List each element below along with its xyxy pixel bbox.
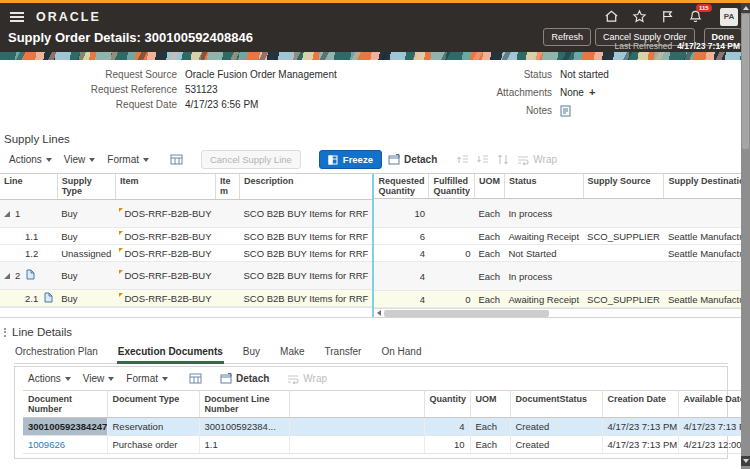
document-number-link[interactable]: 1009626 (28, 439, 65, 450)
avatar[interactable]: PA (720, 8, 738, 26)
table-row[interactable]: 4 0 Each Awaiting Receipt SCO_SUPPLIER S… (374, 291, 750, 308)
expand-caret-icon[interactable] (4, 273, 10, 279)
format-menu[interactable]: Format (104, 152, 152, 167)
chevron-down-icon (162, 377, 168, 381)
actions-menu[interactable]: Actions (25, 371, 74, 386)
cancel-supply-line-button: Cancel Supply Line (201, 150, 301, 169)
line-details-toolbar: Actions View Format Detach Wrap (15, 367, 727, 390)
horizontal-scrollbar[interactable] (374, 308, 750, 317)
col-supply-destination: Supply Destination (664, 174, 750, 199)
table-row[interactable]: 10 Each In process 4/21/23 11:59 PM CoSe… (374, 199, 750, 228)
col-supply-source: Supply Source (583, 174, 664, 199)
document-indicator-icon[interactable] (44, 292, 53, 305)
col-spacer (289, 391, 424, 418)
scroll-left-icon[interactable] (374, 309, 384, 318)
scroll-down-icon[interactable] (741, 456, 750, 466)
document-indicator-icon[interactable] (26, 269, 35, 282)
tab-transfer[interactable]: Transfer (324, 343, 363, 364)
col-document-line-number[interactable]: Document Line Number (199, 391, 289, 418)
tab-make[interactable]: Make (279, 343, 305, 364)
line-details-tabs: Orchestration Plan Execution Documents B… (14, 343, 728, 364)
flag-icon (119, 270, 123, 274)
chevron-down-icon (65, 377, 71, 381)
table-row[interactable]: 4 Each In process 4/21/23 11:59 PM CoSea… (374, 262, 750, 291)
table-row[interactable]: 1.1 Buy DOS-RRF-B2B-BUY SCO B2B BUY Item… (0, 228, 372, 245)
refresh-button[interactable]: Refresh (543, 28, 591, 46)
document-number-cell: 300100592384247 (23, 418, 107, 436)
request-reference-label: Request Reference (0, 84, 185, 95)
table-row[interactable]: 1.2 Unassigned DOS-RRF-B2B-BUY SCO B2B B… (0, 245, 372, 262)
flag-icon (119, 293, 123, 297)
execution-documents-panel: Actions View Format Detach Wrap Document… (14, 366, 728, 459)
freeze-button[interactable]: Freeze (319, 150, 382, 169)
watchlist-flag-icon[interactable] (660, 9, 675, 24)
tab-orchestration-plan[interactable]: Orchestration Plan (14, 343, 99, 364)
col-uom[interactable]: UOM (470, 391, 510, 418)
tab-buy[interactable]: Buy (242, 343, 261, 364)
request-source-label: Request Source (0, 69, 185, 80)
scroll-up-icon[interactable] (741, 3, 750, 13)
view-menu[interactable]: View (61, 152, 99, 167)
order-summary: Request SourceOracle Fusion Order Manage… (0, 60, 741, 130)
tab-execution-documents[interactable]: Execution Documents (117, 343, 224, 364)
theme-banner (0, 52, 750, 60)
vertical-scrollbar[interactable] (741, 3, 750, 469)
chevron-down-icon (89, 158, 95, 162)
expand-caret-icon[interactable] (4, 211, 10, 217)
splitter-grip-icon[interactable] (4, 328, 6, 337)
col-available-date[interactable]: Available Date (678, 391, 750, 418)
view-menu[interactable]: View (80, 371, 118, 386)
actions-menu[interactable]: Actions (6, 152, 55, 167)
col-document-type[interactable]: Document Type (107, 391, 199, 418)
table-row[interactable]: 1009626 Purchase order 1.1 10 Each Creat… (23, 436, 750, 454)
flag-icon (119, 208, 123, 212)
chevron-down-icon (143, 158, 149, 162)
supply-lines-title: Supply Lines (4, 133, 741, 145)
notifications-bell-icon[interactable]: 115 (688, 9, 703, 24)
query-by-example-icon[interactable] (170, 154, 183, 166)
supply-lines-table: Line Supply Type Item Item Cat Descripti… (0, 173, 741, 318)
request-reference-value: 531123 (185, 84, 218, 95)
scrollable-pane: Requested Quantity Fulfilled Quantity UO… (374, 174, 750, 317)
detach-button[interactable]: Detach (220, 373, 269, 384)
col-document-number[interactable]: Document Number (23, 391, 107, 418)
col-document-status[interactable]: DocumentStatus (510, 391, 602, 418)
col-description: Description (239, 174, 372, 200)
col-requested-quantity: Requested Quantity (374, 174, 429, 199)
tab-on-hand[interactable]: On Hand (380, 343, 422, 364)
table-row[interactable]: 1 Buy DOS-RRF-B2B-BUY SCO B2B BUY Items … (0, 200, 372, 228)
detach-button[interactable]: Detach (388, 154, 437, 165)
favorites-star-icon[interactable] (632, 9, 647, 24)
table-row[interactable]: 4 0 Each Not Started Seattle Manufactu..… (374, 245, 750, 262)
format-menu[interactable]: Format (123, 371, 171, 386)
table-row[interactable]: 6 Each Awaiting Receipt SCO_SUPPLIER Sea… (374, 228, 750, 245)
col-supply-type: Supply Type (57, 174, 115, 200)
col-line: Line (0, 174, 57, 200)
scrollbar-thumb[interactable] (742, 14, 749, 149)
col-quantity[interactable]: Quantity (424, 391, 470, 418)
last-refreshed: Last Refreshed4/17/23 7:14 PM (614, 41, 740, 51)
table-row[interactable]: 300100592384247 Reservation 300100592384… (23, 418, 750, 436)
oracle-logo: ORACLE (36, 10, 101, 24)
app-header: ORACLE 115 PA Supply Order Details: 3001… (0, 3, 750, 52)
table-row[interactable]: 2 Buy DOS-RRF-B2B-BUY SCO B2B BUY Items … (0, 262, 372, 290)
request-source-value: Oracle Fusion Order Management (185, 69, 337, 80)
status-label: Status (440, 69, 560, 80)
home-icon[interactable] (604, 9, 619, 24)
notification-badge: 115 (696, 4, 712, 12)
document-number-cell: 1009626 (23, 436, 107, 454)
add-attachment-icon[interactable]: + (589, 88, 595, 97)
query-by-example-icon[interactable] (189, 373, 202, 385)
line-details-title: Line Details (12, 326, 72, 338)
col-creation-date[interactable]: Creation Date (602, 391, 678, 418)
scrollbar-thumb[interactable] (384, 310, 549, 317)
hamburger-menu-icon[interactable] (10, 12, 24, 22)
status-value: Not started (560, 69, 609, 80)
col-item: Item (115, 174, 215, 200)
supply-lines-toolbar: Actions View Format Cancel Supply Line F… (0, 147, 741, 173)
frozen-pane: Line Supply Type Item Item Cat Descripti… (0, 174, 374, 317)
notes-icon[interactable] (560, 105, 571, 119)
request-date-value: 4/17/23 6:56 PM (185, 99, 258, 110)
page-title: Supply Order Details: 300100592408846 (8, 30, 253, 45)
table-row[interactable]: 2.1 Buy DOS-RRF-B2B-BUY SCO B2B BUY Item… (0, 290, 372, 307)
